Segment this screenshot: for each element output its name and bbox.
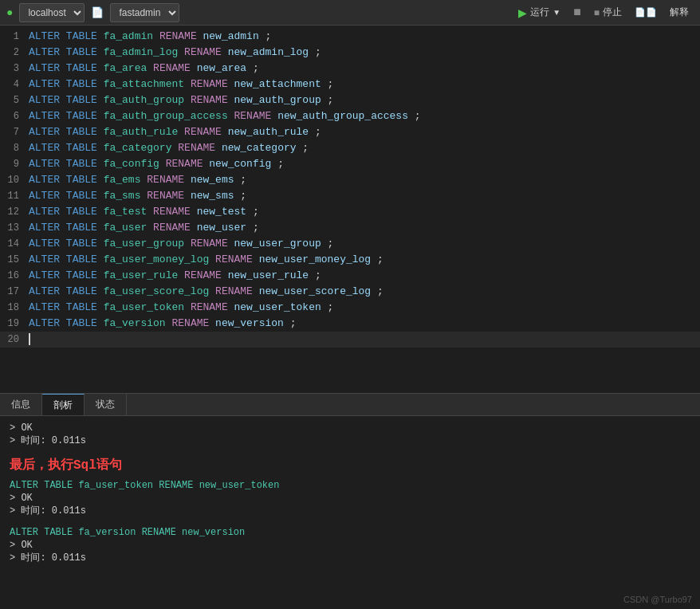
keyword-rename: RENAME xyxy=(153,222,191,234)
semicolon: ; xyxy=(240,174,246,186)
code-line-2: 2ALTER TABLE fa_admin_log RENAME new_adm… xyxy=(0,45,700,61)
line-number: 10 xyxy=(0,172,29,188)
new-table-name: new_auth_rule xyxy=(228,126,309,138)
table-name: fa_user_group xyxy=(104,238,184,249)
line-number: 11 xyxy=(0,188,29,204)
keyword-rename: RENAME xyxy=(184,46,222,58)
stop-label: 停止 xyxy=(603,6,622,19)
keyword-rename: RENAME xyxy=(234,110,272,122)
line-number: 12 xyxy=(0,204,29,220)
panel-tab-信息[interactable]: 信息 xyxy=(0,394,42,415)
table-name: fa_version xyxy=(104,317,166,329)
line-number: 19 xyxy=(0,316,29,332)
table-name: fa_admin_log xyxy=(104,46,179,58)
line-number: 2 xyxy=(0,45,29,61)
code-line-14: 14ALTER TABLE fa_user_group RENAME new_u… xyxy=(0,236,700,252)
line-content[interactable]: ALTER TABLE fa_user_group RENAME new_use… xyxy=(29,236,700,252)
code-line-7: 7ALTER TABLE fa_auth_rule RENAME new_aut… xyxy=(0,124,700,140)
code-line-20: 20 xyxy=(0,332,700,348)
keyword-rename: RENAME xyxy=(153,62,191,74)
line-content[interactable]: ALTER TABLE fa_auth_group RENAME new_aut… xyxy=(29,92,700,108)
panel-content: > OK > 时间: 0.011s 最后，执行Sql语句ALTER TABLE … xyxy=(0,416,700,609)
line-content[interactable]: ALTER TABLE fa_user_money_log RENAME new… xyxy=(29,252,700,268)
line-content[interactable]: ALTER TABLE fa_test RENAME new_test ; xyxy=(29,204,700,220)
panel-tabs: 信息剖析状态 xyxy=(0,394,700,416)
db-icon2: 📄 xyxy=(91,6,104,19)
panel-tab-状态[interactable]: 状态 xyxy=(85,394,127,415)
host-select[interactable]: localhost xyxy=(19,3,85,22)
new-table-name: new_attachment xyxy=(234,78,321,90)
explain-icon: 📄📄 xyxy=(635,7,657,18)
line-number: 13 xyxy=(0,220,29,236)
keyword-rename: RENAME xyxy=(171,317,209,329)
bottom-panel: 信息剖析状态 > OK > 时间: 0.011s 最后，执行Sql语句ALTER… xyxy=(0,394,700,609)
explain-label: 解释 xyxy=(670,6,689,19)
line-content[interactable]: ALTER TABLE fa_version RENAME new_versio… xyxy=(29,316,700,332)
code-line-17: 17ALTER TABLE fa_user_score_log RENAME n… xyxy=(0,284,700,300)
keyword-rename: RENAME xyxy=(191,78,228,90)
line-content[interactable]: ALTER TABLE fa_user_score_log RENAME new… xyxy=(29,284,700,300)
line-number: 18 xyxy=(0,300,29,316)
stop-icon: ■ xyxy=(594,7,600,18)
keyword-alter: ALTER xyxy=(29,142,60,154)
code-line-6: 6ALTER TABLE fa_auth_group_access RENAME… xyxy=(0,108,700,124)
keyword-table: TABLE xyxy=(66,30,97,42)
result-ok: > OK xyxy=(10,540,690,551)
new-table-name: new_area xyxy=(197,62,246,74)
keyword-rename: RENAME xyxy=(191,238,228,249)
keyword-alter: ALTER xyxy=(29,285,60,297)
semicolon: ; xyxy=(377,285,383,297)
line-content[interactable]: ALTER TABLE fa_ems RENAME new_ems ; xyxy=(29,172,700,188)
result-sql: ALTER TABLE fa_version RENAME new_versio… xyxy=(10,527,690,538)
line-content[interactable]: ALTER TABLE fa_user_rule RENAME new_user… xyxy=(29,268,700,284)
toolbar: ● localhost 📄 fastadmin ▶ 运行 ▼ ■ ■ 停止 📄📄… xyxy=(0,0,700,26)
result-block: > OK > 时间: 0.011s xyxy=(10,422,690,447)
line-content[interactable]: ALTER TABLE fa_auth_rule RENAME new_auth… xyxy=(29,124,700,140)
line-content[interactable]: ALTER TABLE fa_config RENAME new_config … xyxy=(29,156,700,172)
result-ok: > OK xyxy=(10,422,690,434)
table-name: fa_category xyxy=(104,142,172,154)
new-table-name: new_sms xyxy=(191,190,234,202)
semicolon: ; xyxy=(328,301,334,313)
result-time: > 时间: 0.011s xyxy=(10,504,690,517)
keyword-alter: ALTER xyxy=(29,253,60,265)
line-number: 5 xyxy=(0,92,29,108)
keyword-alter: ALTER xyxy=(29,174,60,186)
line-content[interactable]: ALTER TABLE fa_user_token RENAME new_use… xyxy=(29,300,700,316)
line-content[interactable]: ALTER TABLE fa_sms RENAME new_sms ; xyxy=(29,188,700,204)
panel-tab-剖析[interactable]: 剖析 xyxy=(42,394,85,415)
line-content[interactable]: ALTER TABLE fa_area RENAME new_area ; xyxy=(29,61,700,77)
semicolon: ; xyxy=(328,238,334,249)
line-content[interactable]: ALTER TABLE fa_attachment RENAME new_att… xyxy=(29,77,700,92)
new-table-name: new_admin xyxy=(203,30,259,42)
line-number: 15 xyxy=(0,252,29,268)
keyword-alter: ALTER xyxy=(29,78,60,90)
semicolon: ; xyxy=(290,317,297,329)
line-content[interactable]: ALTER TABLE fa_user RENAME new_user ; xyxy=(29,220,700,236)
run-button[interactable]: ▶ 运行 ▼ xyxy=(513,4,565,21)
new-table-name: new_admin_log xyxy=(228,46,309,58)
table-name: fa_user_token xyxy=(104,301,184,313)
line-content[interactable] xyxy=(29,332,700,348)
new-table-name: new_auth_group_access xyxy=(277,110,408,122)
stop-button[interactable]: ■ 停止 xyxy=(589,4,627,21)
explain-button[interactable]: 解释 xyxy=(665,4,694,21)
table-name: fa_user_rule xyxy=(104,269,179,281)
line-content[interactable]: ALTER TABLE fa_admin RENAME new_admin ; xyxy=(29,29,700,45)
db-select[interactable]: fastadmin xyxy=(110,3,179,22)
table-name: fa_attachment xyxy=(104,78,184,90)
editor-area: 1ALTER TABLE fa_admin RENAME new_admin ;… xyxy=(0,26,700,394)
line-content[interactable]: ALTER TABLE fa_admin_log RENAME new_admi… xyxy=(29,45,700,61)
keyword-alter: ALTER xyxy=(29,110,60,122)
line-number: 14 xyxy=(0,236,29,252)
line-content[interactable]: ALTER TABLE fa_category RENAME new_categ… xyxy=(29,140,700,156)
code-line-12: 12ALTER TABLE fa_test RENAME new_test ; xyxy=(0,204,700,220)
result-time: > 时间: 0.011s xyxy=(10,551,690,564)
semicolon: ; xyxy=(265,30,272,42)
keyword-alter: ALTER xyxy=(29,301,60,313)
line-number: 16 xyxy=(0,268,29,284)
line-content[interactable]: ALTER TABLE fa_auth_group_access RENAME … xyxy=(29,108,700,124)
keyword-table: TABLE xyxy=(66,78,97,90)
keyword-alter: ALTER xyxy=(29,30,60,42)
table-name: fa_sms xyxy=(104,190,141,202)
